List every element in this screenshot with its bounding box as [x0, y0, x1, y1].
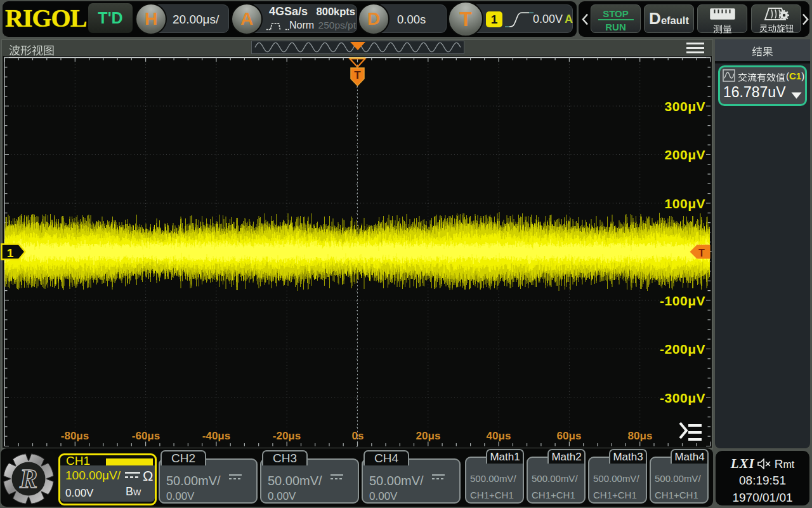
svg-text:T: T: [698, 248, 705, 258]
svg-text:R: R: [19, 464, 37, 493]
svg-text:T: T: [354, 69, 361, 81]
svg-text:1: 1: [7, 246, 14, 260]
